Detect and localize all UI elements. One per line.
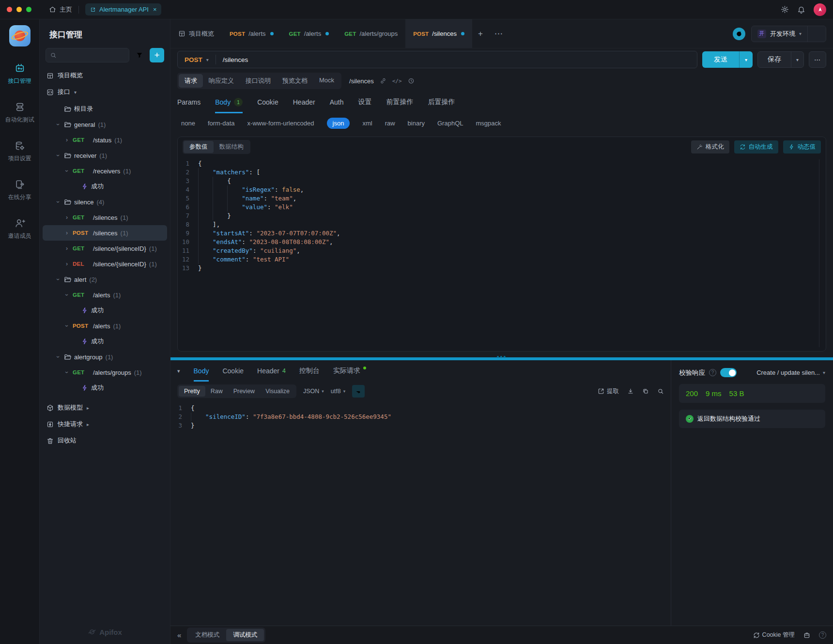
bottom-mode-调试模式[interactable]: 调试模式 (226, 629, 264, 641)
view-tab-Visualize[interactable]: Visualize (260, 386, 295, 397)
endpoint-tab-/alerts[interactable]: POST/alerts (222, 19, 281, 48)
tree-chevron-icon[interactable]: › (64, 137, 70, 143)
tree-chevron-icon[interactable]: › (55, 122, 62, 127)
word-wrap-icon[interactable] (352, 385, 365, 398)
sync-icon[interactable] (733, 28, 745, 40)
tree-chevron-icon[interactable]: › (64, 245, 70, 252)
tree-chevron-icon[interactable]: › (55, 354, 62, 360)
tree-chevron-icon[interactable]: › (64, 230, 70, 236)
editor-action-动态值[interactable]: 动态值 (783, 140, 821, 153)
collapse-sidebar-icon[interactable]: « (177, 631, 181, 639)
window-controls[interactable] (7, 7, 31, 12)
bottom-mode-文档模式[interactable]: 文档模式 (188, 629, 226, 641)
minimize-window-button[interactable] (16, 7, 22, 12)
body-type-GraphQL[interactable]: GraphQL (437, 120, 463, 127)
environment-manage-icon[interactable] (807, 26, 826, 42)
body-type-x-www-form-urlencoded[interactable]: x-www-form-urlencoded (247, 120, 314, 127)
sidebar-section-apis[interactable]: 接口 ▾ (40, 84, 170, 100)
request-tab-Params[interactable]: Params (177, 91, 201, 113)
cookie-manager-button[interactable]: Cookie 管理 (753, 631, 795, 639)
view-tab-Preview[interactable]: Preview (228, 386, 260, 397)
editor-tab-数据结构[interactable]: 数据结构 (214, 141, 249, 153)
response-tab-Header[interactable]: Header4 (257, 360, 286, 382)
help-question-icon[interactable]: ? (709, 369, 716, 376)
encoding-select[interactable]: utf8 ▾ (331, 388, 345, 395)
tree-item-成功[interactable]: 成功 (43, 179, 167, 194)
apifox-logo[interactable] (9, 25, 31, 46)
request-tab-Body[interactable]: Body1 (215, 91, 243, 113)
body-type-msgpack[interactable]: msgpack (476, 120, 501, 127)
body-type-form-data[interactable]: form-data (208, 120, 235, 127)
help-icon[interactable]: ? (819, 631, 826, 639)
search-input[interactable] (60, 52, 125, 59)
endpoint-tab-/alerts[interactable]: GET/alerts (281, 19, 337, 48)
method-selector[interactable]: POST ▾ (178, 56, 216, 63)
rail-item-项目设置[interactable]: 项目设置 (0, 140, 40, 163)
tree-item-get-/silence/{silenceID}[interactable]: ›GET/silence/{silenceID}(1) (43, 241, 167, 256)
mode-tab-请求[interactable]: 请求 (179, 74, 203, 88)
tree-chevron-icon[interactable]: › (55, 199, 62, 205)
copy-link-icon[interactable] (380, 77, 386, 84)
tree-item-get-/alerts[interactable]: ›GET/alerts(1) (43, 287, 167, 303)
mode-tab-响应定义[interactable]: 响应定义 (203, 74, 240, 88)
tree-item-成功[interactable]: 成功 (43, 303, 167, 318)
tree-item-silence[interactable]: ›silence(4) (43, 194, 167, 210)
response-json-code[interactable]: 1{2"silenceID": "7f3a8e67-bbd4-4808-9cb2… (170, 401, 671, 430)
endpoint-tab-/silences[interactable]: POST/silences (405, 19, 472, 48)
mode-tab-Mock[interactable]: Mock (313, 74, 340, 88)
more-actions-button[interactable]: ⋯ (809, 51, 826, 68)
mode-tab-预览文档[interactable]: 预览文档 (277, 74, 313, 88)
request-tab-后置操作[interactable]: 后置操作 (428, 91, 455, 113)
add-api-button[interactable]: + (150, 48, 164, 62)
save-button[interactable]: 保存 (758, 52, 791, 67)
request-tab-前置操作[interactable]: 前置操作 (386, 91, 413, 113)
tree-chevron-icon[interactable]: › (64, 214, 70, 221)
tree-chevron-icon[interactable]: › (63, 168, 70, 174)
tree-item-get-/alerts/groups[interactable]: ›GET/alerts/groups(1) (43, 365, 167, 380)
maximize-window-button[interactable] (26, 7, 31, 12)
tree-item-根目录[interactable]: 根目录 (43, 101, 167, 117)
body-type-binary[interactable]: binary (408, 120, 425, 127)
close-window-button[interactable] (7, 7, 12, 12)
search-response-icon[interactable] (657, 388, 664, 395)
home-tab[interactable]: 主页 (49, 5, 72, 14)
send-options-chevron[interactable]: ▾ (739, 51, 753, 68)
editor-action-格式化[interactable]: 格式化 (691, 140, 729, 153)
tab-overflow-button[interactable]: ⋯ (489, 19, 509, 48)
request-tab-Auth[interactable]: Auth (330, 91, 344, 113)
endpoint-tab-/alerts/groups[interactable]: GET/alerts/groups (337, 19, 405, 48)
request-json-code[interactable]: 1{2"matchers": [3{4"isRegex": false,5"na… (178, 156, 826, 273)
rail-item-邀请成员[interactable]: 邀请成员 (0, 218, 40, 240)
tree-chevron-icon[interactable]: › (63, 323, 70, 329)
close-project-tab-icon[interactable]: × (153, 6, 157, 13)
body-type-xml[interactable]: xml (362, 120, 372, 127)
tree-chevron-icon[interactable]: › (55, 153, 62, 158)
collapse-response-icon[interactable]: ▾ (177, 360, 180, 382)
response-tab-实际请求[interactable]: 实际请求 (333, 360, 366, 382)
user-avatar[interactable] (814, 3, 826, 16)
save-options-chevron[interactable]: ▾ (791, 52, 803, 67)
endpoint-tab-项目概览[interactable]: 项目概览 (170, 19, 222, 48)
format-select[interactable]: JSON ▾ (303, 388, 324, 395)
request-tab-Cookie[interactable]: Cookie (257, 91, 278, 113)
tree-item-alertgroup[interactable]: ›alertgroup(1) (43, 349, 167, 365)
rail-item-在线分享[interactable]: 在线分享 (0, 179, 40, 201)
tree-chevron-icon[interactable]: › (55, 276, 62, 282)
response-tab-Body[interactable]: Body (194, 360, 209, 382)
new-tab-button[interactable]: + (472, 19, 489, 48)
rail-item-自动化测试[interactable]: 自动化测试 (0, 102, 40, 124)
tree-item-get-/silences[interactable]: ›GET/silences(1) (43, 210, 167, 225)
tree-chevron-icon[interactable]: › (63, 369, 70, 375)
sidebar-item-project-overview[interactable]: 项目概览 (40, 67, 170, 84)
environment-dropdown[interactable]: 开 开发环境 ▾ (752, 30, 807, 38)
body-type-raw[interactable]: raw (385, 120, 395, 127)
tree-item-general[interactable]: ›general(1) (43, 117, 167, 132)
send-button[interactable]: 发送 (702, 51, 739, 68)
url-input[interactable]: /silences (216, 56, 255, 63)
notifications-bell-icon[interactable] (797, 5, 805, 14)
settings-gear-icon[interactable] (781, 5, 789, 14)
rail-item-接口管理[interactable]: 接口管理 (0, 63, 40, 85)
tree-item-成功[interactable]: 成功 (43, 380, 167, 396)
project-tab[interactable]: Alertmanager API × (85, 3, 161, 15)
sidebar-item-回收站[interactable]: 回收站 (40, 432, 170, 449)
